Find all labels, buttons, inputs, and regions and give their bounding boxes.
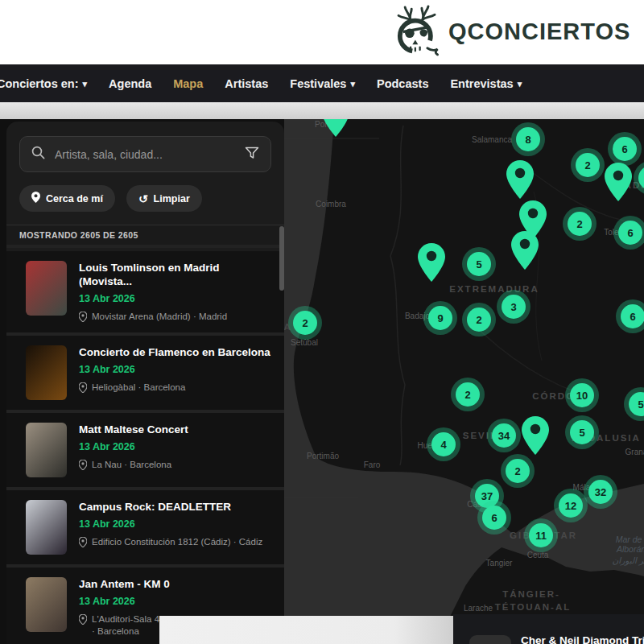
site-logo[interactable]: QCONCIERTOS (392, 5, 630, 58)
clear-filters-button[interactable]: ↺ Limpiar (126, 185, 202, 212)
results-count-bar: MOSTRANDO 2605 DE 2605 (6, 225, 284, 248)
nav-item-label: Podcasts (377, 77, 428, 90)
map-pin-marker[interactable] (321, 119, 350, 137)
chevron-down-icon: ▾ (83, 80, 88, 89)
venue-pin-icon (79, 382, 87, 393)
concert-list-item[interactable]: Campus Rock: DEADLETTER13 Abr 2026Edific… (6, 490, 284, 568)
venue-pin-icon (79, 460, 87, 470)
concert-date: 13 Abr 2026 (79, 441, 188, 452)
map-pin-marker[interactable] (521, 416, 550, 455)
nav-item-entrevistas[interactable]: Entrevistas▾ (450, 77, 522, 90)
nav-item-artistas[interactable]: Artistas (225, 77, 268, 90)
nav-item-label: Agenda (109, 77, 151, 90)
nav-item-label: Entrevistas (450, 77, 513, 90)
event-popup-thumbnail (469, 635, 511, 644)
map-cluster-marker[interactable]: 2 (456, 382, 480, 407)
concert-venue: Movistar Arena (Madrid) · Madrid (92, 311, 227, 323)
map-cluster-marker[interactable]: 5 (570, 420, 594, 444)
map-cluster-marker[interactable]: 37 (475, 484, 499, 508)
venue-pin-icon (79, 312, 87, 322)
nav-item-mapa[interactable]: Mapa (173, 77, 203, 90)
concert-list-item[interactable]: Concierto de Flamenco en Barcelona13 Abr… (6, 336, 284, 413)
map-pin-marker[interactable] (506, 160, 535, 199)
map-cluster-marker[interactable]: 6 (618, 221, 642, 245)
concert-title: Concierto de Flamenco en Barcelona (79, 345, 270, 359)
map-pin-marker[interactable] (510, 231, 539, 270)
sidebar-scrollbar-thumb[interactable] (279, 226, 284, 291)
venue-pin-icon (79, 537, 87, 547)
map-cluster-marker[interactable]: 5 (467, 252, 491, 276)
event-popup-title: Cher & Neil Diamond Tri... (521, 634, 642, 644)
map-cluster-marker[interactable]: 2 (506, 459, 530, 483)
map-base-layer (284, 119, 644, 644)
map-cluster-marker[interactable]: 12 (559, 493, 583, 518)
concert-list-item[interactable]: Matt Maltese Concert13 Abr 2026La Nau · … (6, 413, 284, 490)
concert-venue: La Nau · Barcelona (92, 459, 171, 471)
map-cluster-marker[interactable]: 2 (576, 153, 600, 177)
search-box (19, 136, 271, 172)
nav-item-agenda[interactable]: Agenda (109, 77, 151, 90)
map-pin-marker[interactable] (417, 243, 446, 282)
brand-name: QCONCIERTOS (448, 19, 630, 45)
header-divider-strip (0, 102, 644, 119)
concert-title: Louis Tomlinson en Madrid (Movista... (79, 261, 273, 288)
clear-label: Limpiar (154, 193, 190, 204)
map-cluster-marker[interactable]: 6 (613, 137, 637, 161)
concert-title: Matt Maltese Concert (79, 423, 188, 436)
nav-item-label: Conciertos en: (0, 77, 79, 90)
chevron-down-icon: ▾ (518, 80, 522, 89)
concert-title: Jan Antem - KM 0 (79, 577, 272, 591)
map-pin-marker[interactable] (604, 163, 633, 201)
concert-date: 13 Abr 2026 (79, 364, 270, 375)
nav-item-label: Mapa (173, 77, 203, 90)
concert-thumbnail (26, 423, 67, 477)
concert-thumbnail (26, 500, 67, 555)
site-header: QCONCIERTOS (0, 0, 644, 64)
map-cluster-marker[interactable]: 11 (529, 523, 553, 547)
filter-funnel-icon[interactable] (245, 147, 259, 163)
results-count: MOSTRANDO 2605 DE 2605 (19, 230, 138, 240)
location-pin-icon (31, 192, 40, 205)
concert-title: Campus Rock: DEADLETTER (79, 500, 262, 514)
near-me-button[interactable]: Cerca de mí (19, 185, 115, 212)
map-cluster-marker[interactable]: 2 (293, 311, 317, 335)
concert-thumbnail (26, 577, 67, 632)
concert-date: 13 Abr 2026 (79, 293, 273, 304)
map-cluster-marker[interactable]: 6 (482, 506, 506, 530)
concert-venue: Edificio Constitución 1812 (Cádiz) · Cád… (92, 536, 262, 548)
quick-filter-row: Cerca de mí ↺ Limpiar (19, 185, 202, 212)
map-cluster-marker[interactable]: 2 (467, 308, 491, 332)
nav-item-label: Festivales (290, 77, 346, 90)
map-cluster-marker[interactable]: 9 (428, 306, 452, 330)
search-input[interactable] (53, 147, 237, 162)
concert-list-item[interactable]: Louis Tomlinson en Madrid (Movista...13 … (6, 251, 284, 336)
reset-icon: ↺ (138, 193, 148, 204)
nav-item-conciertos-en[interactable]: Conciertos en:▾ (0, 77, 87, 90)
map-event-popup-card[interactable]: Cher & Neil Diamond Tri... (453, 614, 644, 644)
nav-item-festivales[interactable]: Festivales▾ (290, 77, 355, 90)
map-cluster-marker[interactable]: 8 (516, 127, 540, 151)
map-cluster-marker[interactable]: 6 (621, 304, 644, 328)
nav-item-label: Artistas (225, 77, 268, 90)
map-cluster-marker[interactable]: 32 (588, 480, 613, 504)
venue-pin-icon (79, 614, 87, 625)
chevron-down-icon: ▾ (350, 80, 355, 89)
map-cluster-marker[interactable]: 3 (502, 295, 526, 319)
results-list: Louis Tomlinson en Madrid (Movista...13 … (6, 251, 284, 644)
main-navbar: Conciertos en:▾AgendaMapaArtistasFestiva… (0, 64, 644, 102)
concert-thumbnail (26, 345, 67, 400)
concert-date: 13 Abr 2026 (79, 596, 272, 607)
concert-date: 13 Abr 2026 (79, 518, 262, 530)
concert-venue: Heliogàbal · Barcelona (92, 382, 185, 394)
near-me-label: Cerca de mí (46, 193, 103, 204)
map-cluster-marker[interactable]: 10 (570, 383, 594, 407)
map-cluster-marker[interactable]: 4 (431, 432, 456, 456)
nav-item-podcasts[interactable]: Podcasts (377, 77, 428, 90)
loading-overlay-box (159, 616, 453, 644)
map-canvas[interactable]: PortoSalamancaCoimbraMADRIDToledoEXTREMA… (284, 119, 644, 644)
skull-antlers-logo-icon (392, 5, 440, 58)
map-cluster-marker[interactable]: 34 (492, 423, 516, 448)
content-area: PortoSalamancaCoimbraMADRIDToledoEXTREMA… (0, 119, 644, 644)
sidebar-panel: Cerca de mí ↺ Limpiar MOSTRANDO 2605 DE … (6, 122, 284, 644)
map-cluster-marker[interactable]: 2 (568, 212, 592, 236)
